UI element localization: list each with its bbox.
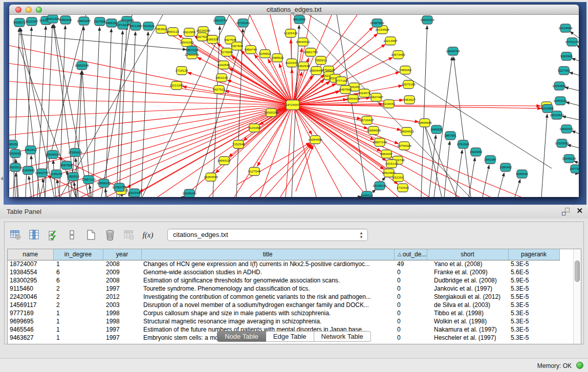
network-node[interactable]: 15720407 — [360, 116, 374, 124]
network-node[interactable]: 2718120 — [176, 67, 188, 75]
scrollbar-thumb[interactable] — [575, 260, 580, 282]
table-row[interactable]: 911546021997Tourette syndrome. Phenomeno… — [8, 285, 559, 293]
table-row[interactable]: 1456911722003Disruption of a novel membe… — [8, 301, 559, 309]
network-node[interactable]: 20053346 — [75, 61, 89, 70]
network-node[interactable]: 16354599 — [204, 173, 218, 181]
column-header-name[interactable]: name — [8, 249, 53, 260]
select-all-columns-button[interactable] — [47, 228, 60, 242]
network-node[interactable]: 9242848 — [217, 61, 230, 69]
network-node[interactable]: 8912955 — [183, 28, 196, 36]
network-node[interactable]: 20387682 — [370, 19, 384, 27]
network-node[interactable]: 8990205 — [59, 16, 72, 24]
tab-node-table[interactable]: Node Table — [217, 331, 266, 342]
network-node[interactable]: 8220337 — [286, 59, 298, 67]
column-header-title[interactable]: title — [141, 249, 394, 260]
table-row[interactable]: 1830029562008Estimation of significance … — [8, 276, 559, 285]
vertical-scrollbar[interactable] — [573, 249, 581, 344]
network-node[interactable]: 9022387 — [26, 17, 38, 26]
network-node[interactable]: 9115460 — [248, 124, 260, 132]
table-row[interactable]: 1872400712008Changes of HCN gene express… — [8, 260, 559, 268]
network-node[interactable]: 1527602 — [94, 17, 106, 26]
network-node[interactable]: 8215955 — [541, 104, 554, 113]
network-node[interactable]: 15136141 — [373, 182, 387, 190]
network-node[interactable]: 9146821 — [259, 50, 272, 58]
network-node[interactable]: 20364436 — [346, 95, 360, 103]
network-node[interactable]: 18300295 — [264, 108, 278, 117]
column-header-pagerank[interactable]: pagerank — [508, 249, 559, 260]
network-node[interactable]: 12942757 — [35, 169, 49, 177]
change-table-mode-button[interactable] — [9, 228, 22, 242]
network-node[interactable]: 9097588 — [60, 161, 73, 169]
network-node[interactable]: 12213369 — [169, 81, 184, 90]
network-node[interactable]: 1941087 — [484, 156, 497, 164]
network-node[interactable]: 16782759 — [112, 183, 126, 191]
column-header-out_degree[interactable]: △out_de... — [394, 249, 427, 260]
network-node[interactable]: 252254 — [393, 173, 404, 182]
close-icon[interactable]: ✕ — [576, 206, 583, 215]
network-node[interactable]: 1885051 — [9, 140, 19, 148]
tab-network-table[interactable]: Network Table — [314, 331, 371, 342]
network-node[interactable]: 19756928 — [397, 142, 411, 150]
network-node[interactable]: 18640910 — [296, 38, 310, 46]
network-node[interactable]: 20206526 — [46, 150, 60, 159]
network-node[interactable]: 16961758 — [303, 48, 318, 56]
network-node[interactable]: 9329966 — [560, 52, 573, 60]
network-node[interactable]: 1588520 — [271, 54, 284, 62]
network-node[interactable]: 11156863 — [21, 166, 35, 174]
network-node[interactable]: 7857224 — [186, 46, 199, 54]
network-node[interactable]: 9175685 — [221, 48, 233, 56]
network-node[interactable]: 12103054 — [555, 139, 569, 147]
network-node[interactable]: 3915513 — [9, 163, 22, 171]
network-node[interactable]: 17957223 — [81, 176, 96, 184]
network-node[interactable]: 9777169 — [335, 77, 348, 85]
column-header-short[interactable]: short — [427, 249, 508, 260]
network-node[interactable]: 10688609 — [366, 126, 381, 135]
network-node[interactable]: 17359924 — [68, 148, 82, 157]
network-node[interactable]: 10653287 — [77, 17, 91, 25]
network-node[interactable]: 11325419 — [284, 29, 298, 37]
network-node[interactable]: 19904448 — [309, 67, 323, 75]
network-node[interactable]: 12975185 — [401, 80, 416, 89]
network-node[interactable]: 9245012 — [361, 191, 374, 197]
network-node[interactable]: 1615132 — [385, 160, 398, 168]
network-node[interactable]: 10719185 — [116, 21, 130, 29]
float-window-icon[interactable] — [562, 208, 570, 215]
network-window-titlebar[interactable]: citations_edges.txt — [9, 5, 579, 15]
network-node[interactable]: 10958167 — [97, 179, 111, 187]
network-node[interactable]: 18310314 — [420, 16, 434, 24]
network-canvas[interactable]: 8912955182260589327508165433828186328942… — [9, 15, 579, 197]
table-row[interactable]: 1938455462009Genome-wide association stu… — [8, 268, 559, 276]
network-node[interactable]: 10807487 — [369, 93, 383, 101]
network-node[interactable]: 7485063 — [399, 66, 412, 74]
network-node[interactable]: 16648784 — [446, 47, 460, 55]
network-node[interactable]: 16210643 — [550, 111, 564, 119]
network-node[interactable]: 9463627 — [403, 96, 416, 104]
network-node[interactable]: 14569117 — [217, 157, 231, 165]
network-node[interactable]: 10973493 — [391, 51, 405, 59]
network-node[interactable]: 8186328 — [206, 35, 219, 43]
network-table-select[interactable]: citations_edges.txt ▲▼ — [167, 229, 368, 241]
network-node[interactable]: 19384554 — [308, 136, 322, 144]
network-node[interactable]: 8427512 — [213, 85, 226, 94]
network-node[interactable]: 15726341 — [236, 19, 250, 27]
table-row[interactable]: 969969511998Structural magnetic resonanc… — [8, 317, 559, 325]
network-node[interactable]: 16822078 — [213, 16, 227, 25]
network-node[interactable]: 2620659 — [470, 148, 483, 156]
network-node[interactable]: 9435572 — [13, 18, 26, 27]
network-node[interactable]: 9227343 — [558, 67, 571, 75]
table-row[interactable]: 977716911998Corpus callosum shape and si… — [8, 309, 559, 317]
show-columns-button[interactable] — [28, 228, 41, 242]
network-node[interactable]: 19245042 — [182, 189, 197, 197]
network-node[interactable]: 2367608 — [231, 42, 244, 50]
network-node[interactable]: 10899695 — [418, 119, 432, 127]
network-node[interactable]: 1867991 — [444, 132, 457, 140]
network-node[interactable]: 6791920 — [457, 140, 470, 148]
network-node[interactable]: 2803144 — [215, 74, 228, 82]
network-node[interactable]: 2062812 — [25, 146, 37, 154]
network-node[interactable]: 15692971 — [559, 125, 574, 133]
column-header-year[interactable]: year — [103, 249, 141, 260]
network-node[interactable]: 1640935 — [430, 125, 443, 134]
network-node[interactable]: 6216041 — [383, 100, 396, 108]
network-node[interactable]: 1925061 — [9, 149, 22, 158]
create-new-column-button[interactable] — [84, 228, 98, 242]
